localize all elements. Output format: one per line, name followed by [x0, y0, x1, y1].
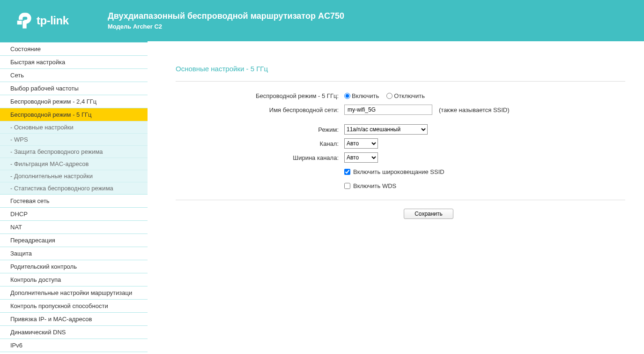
header-title: Двухдиапазонный беспроводной маршрутизат… — [108, 11, 344, 21]
brand-text: tp-link — [37, 14, 69, 27]
wds-label: Включить WDS — [353, 182, 396, 189]
nav-sub-item[interactable]: - Фильтрация MAC-адресов — [0, 158, 148, 170]
nav-item[interactable]: IPv6 — [0, 339, 148, 352]
nav-item[interactable]: Беспроводной режим - 5 ГГц — [0, 108, 148, 121]
mode-select[interactable]: 11a/n/ac смешанный — [344, 124, 428, 135]
nav-item[interactable]: Системные инструменты — [0, 352, 148, 354]
section-title: Основные настройки - 5 ГГц — [176, 65, 625, 73]
ssid-hint: (также называется SSID) — [439, 106, 510, 113]
width-select[interactable]: Авто — [344, 152, 378, 163]
nav-sub-item[interactable]: - Основные настройки — [0, 121, 148, 133]
svg-rect-0 — [17, 21, 22, 24]
header-subtitle: Модель Archer C2 — [108, 23, 344, 30]
nav-item[interactable]: NAT — [0, 220, 148, 234]
nav-item[interactable]: Переадресация — [0, 233, 148, 247]
nav-item[interactable]: Выбор рабочей частоты — [0, 82, 148, 95]
nav-item[interactable]: Состояние — [0, 42, 148, 56]
nav-item[interactable]: Привязка IP- и МАС-адресов — [0, 312, 148, 326]
nav-item[interactable]: Контроль пропускной способности — [0, 299, 148, 313]
content-area: Основные настройки - 5 ГГц Беспроводной … — [148, 41, 644, 354]
radio-enable-wrap[interactable]: Включить — [344, 92, 379, 99]
nav-sub-item[interactable]: - WPS — [0, 133, 148, 145]
nav-item[interactable]: DHCP — [0, 207, 148, 221]
header-titles: Двухдиапазонный беспроводной маршрутизат… — [108, 11, 344, 30]
save-button[interactable]: Сохранить — [404, 209, 453, 219]
nav-item[interactable]: Быстрая настройка — [0, 55, 148, 69]
label-ssid: Имя беспроводной сети: — [176, 106, 344, 113]
label-channel: Канал: — [176, 140, 344, 147]
header: tp-link Двухдиапазонный беспроводной мар… — [0, 0, 644, 41]
broadcast-checkbox[interactable] — [344, 169, 350, 175]
nav-item[interactable]: Сеть — [0, 68, 148, 82]
broadcast-label: Включить широковещание SSID — [353, 168, 444, 175]
divider — [176, 81, 625, 82]
nav-sub-item[interactable]: - Статистика беспроводного режима — [0, 182, 148, 194]
brand-logo: tp-link — [14, 11, 108, 30]
nav-item[interactable]: Беспроводной режим - 2,4 ГГц — [0, 95, 148, 108]
channel-select[interactable]: Авто — [344, 138, 378, 149]
nav-item[interactable]: Дополнительные настройки маршрутизаци — [0, 286, 148, 300]
radio-enable-label: Включить — [352, 92, 379, 99]
ssid-input[interactable] — [344, 105, 432, 115]
nav-item[interactable]: Защита — [0, 247, 148, 260]
radio-disable-label: Отключить — [394, 92, 425, 99]
nav-item[interactable]: Контроль доступа — [0, 273, 148, 286]
tplink-logo-icon — [14, 11, 33, 30]
label-width: Ширина канала: — [176, 154, 344, 161]
wds-checkbox[interactable] — [344, 183, 350, 189]
sidebar: СостояниеБыстрая настройкаСетьВыбор рабо… — [0, 41, 148, 354]
nav-item[interactable]: Динамический DNS — [0, 325, 148, 339]
label-wireless-mode: Беспроводной режим - 5 ГГц: — [176, 92, 344, 99]
radio-enable[interactable] — [344, 93, 350, 99]
svg-rect-1 — [22, 21, 26, 29]
nav-item[interactable]: Гостевая сеть — [0, 194, 148, 208]
radio-disable[interactable] — [386, 93, 392, 99]
label-mode: Режим: — [176, 126, 344, 133]
divider — [176, 200, 625, 200]
nav-sub-item[interactable]: - Дополнительные настройки — [0, 170, 148, 182]
nav-item[interactable]: Родительский контроль — [0, 260, 148, 273]
radio-disable-wrap[interactable]: Отключить — [386, 92, 425, 99]
nav-sub-item[interactable]: - Защита беспроводного режима — [0, 145, 148, 158]
